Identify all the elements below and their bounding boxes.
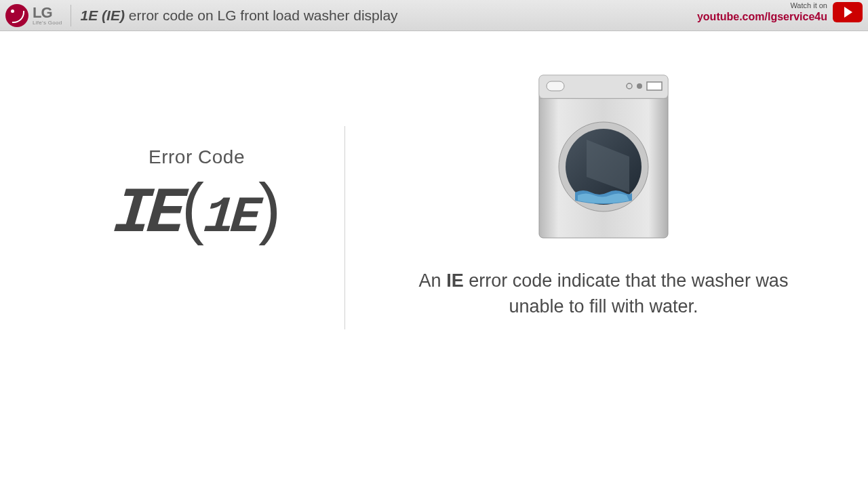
lg-logo-sub: Life's Good [33,20,62,26]
svg-rect-3 [547,81,564,91]
watch-link: youtube.com/lgservice4u [697,10,827,23]
paren-close: ) [258,174,279,241]
header-divider [71,5,71,26]
lg-logo: LG Life's Good [5,4,62,27]
svg-rect-2 [539,98,668,99]
explanation-text: An IE error code indicate that the washe… [393,268,814,320]
header-bar: LG Life's Good 1E (IE) error code on LG … [0,0,868,31]
page-title: 1E (IE) error code on LG front load wash… [81,7,398,24]
svg-rect-6 [647,82,662,90]
watch-text: Watch it on youtube.com/lgservice4u [697,1,827,23]
content-area: Error Code IE ( 1E ) [0,31,868,488]
code-sub: 1E [202,192,260,243]
title-rest: error code on LG front load washer displ… [125,7,398,23]
error-code-label: Error Code [54,146,339,168]
watch-on-youtube[interactable]: Watch it on youtube.com/lgservice4u [697,1,863,23]
code-main: IE [111,182,183,247]
youtube-icon[interactable] [833,2,863,22]
svg-point-5 [637,83,642,89]
washer-illustration [536,72,671,241]
lg-logo-text: LG Life's Good [33,5,62,26]
paren-open: ( [182,174,203,241]
explanation-pre: An [419,270,447,291]
lg-logo-icon [5,4,28,27]
error-code-panel: Error Code IE ( 1E ) [0,31,339,488]
watch-label: Watch it on [697,1,827,10]
lg-logo-main: LG [33,5,62,20]
explanation-bold: IE [446,270,464,291]
error-code-display: IE ( 1E ) [54,174,339,247]
title-bold: 1E (IE) [81,7,125,23]
content-divider [344,126,345,329]
explanation-post: error code indicate that the washer was … [464,270,789,317]
explanation-panel: An IE error code indicate that the washe… [339,31,868,488]
